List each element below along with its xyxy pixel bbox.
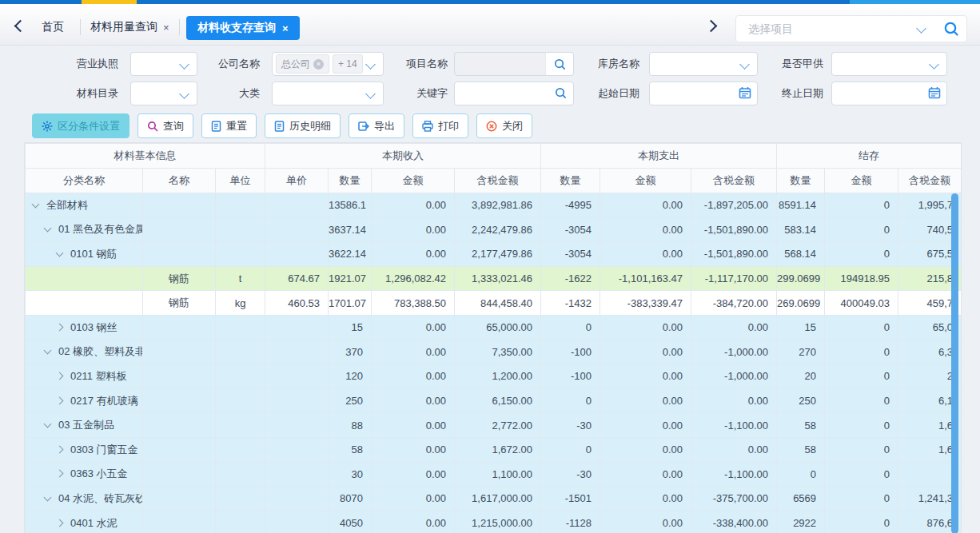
value-cell[interactable]: 1,672.00 xyxy=(455,437,541,462)
value-cell[interactable]: 783,388.50 xyxy=(372,291,455,316)
value-cell[interactable]: 0.00 xyxy=(691,388,777,413)
value-cell[interactable]: -338,400.00 xyxy=(691,511,777,533)
value-cell[interactable]: 0 xyxy=(825,388,898,413)
table-row[interactable]: 0363 小五金300.001,100.00-300.00-1,100.0000 xyxy=(26,462,962,487)
value-cell[interactable]: 0 xyxy=(825,315,898,340)
tree-expand-icon[interactable] xyxy=(56,249,64,257)
table-row[interactable]: 全部材料13586.10.003,892,981.86-49950.00-1,8… xyxy=(26,193,962,218)
value-cell[interactable] xyxy=(265,340,329,364)
table-row[interactable]: 钢筋t674.671921.071,296,082.421,333,021.46… xyxy=(26,266,962,291)
value-cell[interactable]: 0.00 xyxy=(372,437,455,462)
value-cell[interactable]: 7,350.00 xyxy=(455,340,541,364)
value-cell[interactable]: 0.00 xyxy=(372,413,455,438)
value-cell[interactable]: 0.00 xyxy=(600,462,691,487)
value-cell[interactable]: 844,458.40 xyxy=(455,291,541,316)
table-row[interactable]: 01 黑色及有色金属3637.140.002,242,479.86-30540.… xyxy=(26,217,962,242)
project-name-input[interactable] xyxy=(454,52,574,76)
value-cell[interactable]: 0.00 xyxy=(372,462,455,487)
value-cell[interactable] xyxy=(216,242,265,267)
value-cell[interactable]: 0 xyxy=(541,315,600,340)
value-cell[interactable]: 0.00 xyxy=(372,242,455,267)
forward-chevron-icon[interactable] xyxy=(705,20,718,33)
table-row[interactable]: 0401 水泥40500.001,215,000.00-11280.00-338… xyxy=(26,511,962,533)
value-cell[interactable]: 568.14 xyxy=(777,242,825,267)
value-cell[interactable] xyxy=(216,462,265,487)
tree-collapse-icon[interactable] xyxy=(56,372,64,380)
value-cell[interactable]: 3,892,981.86 xyxy=(455,193,541,218)
value-cell[interactable]: 0 xyxy=(825,437,898,462)
value-cell[interactable] xyxy=(143,388,216,413)
table-row[interactable]: 04 水泥、砖瓦灰砂80700.001,617,000.00-15010.00-… xyxy=(26,487,962,511)
value-cell[interactable] xyxy=(265,315,329,340)
value-cell[interactable]: -100 xyxy=(541,364,600,389)
value-cell[interactable] xyxy=(143,413,216,438)
value-cell[interactable]: 1921.07 xyxy=(329,266,372,291)
value-cell[interactable]: -384,720.00 xyxy=(691,291,777,316)
reset-button[interactable]: 重置 xyxy=(201,113,257,138)
end-date-input[interactable] xyxy=(831,82,947,105)
value-cell[interactable]: 250 xyxy=(329,388,372,413)
value-cell[interactable] xyxy=(216,388,265,413)
value-cell[interactable] xyxy=(265,388,329,413)
value-cell[interactable]: 0 xyxy=(777,462,825,487)
value-cell[interactable]: 0 xyxy=(541,437,600,462)
chevron-down-icon[interactable] xyxy=(916,23,926,34)
value-cell[interactable] xyxy=(265,511,329,533)
value-cell[interactable]: 0.00 xyxy=(600,511,691,533)
value-cell[interactable]: 460.53 xyxy=(265,291,329,316)
value-cell[interactable]: 2,772.00 xyxy=(455,413,541,438)
value-cell[interactable]: 674.67 xyxy=(265,266,329,291)
category-name-cell[interactable]: 0211 塑料板 xyxy=(26,364,143,389)
value-cell[interactable] xyxy=(216,340,265,364)
tag-close-icon[interactable]: × xyxy=(313,59,324,70)
value-cell[interactable] xyxy=(216,193,265,218)
value-cell[interactable]: 8591.14 xyxy=(777,193,825,218)
category-name-cell[interactable]: 01 黑色及有色金属 xyxy=(26,217,143,242)
value-cell[interactable]: 583.14 xyxy=(777,217,825,242)
tree-collapse-icon[interactable] xyxy=(56,323,64,331)
value-cell[interactable]: 2,242,479.86 xyxy=(455,217,541,242)
value-cell[interactable] xyxy=(265,193,329,218)
value-cell[interactable]: 0.00 xyxy=(600,315,691,340)
project-select[interactable]: 选择项目 xyxy=(735,15,967,42)
value-cell[interactable]: 0.00 xyxy=(372,217,455,242)
value-cell[interactable] xyxy=(216,315,265,340)
calendar-icon[interactable] xyxy=(928,86,941,102)
table-row[interactable]: 0303 门窗五金580.001,672.0000.000.005801,6 xyxy=(26,437,962,462)
table-row[interactable]: 钢筋kg460.531701.07783,388.50844,458.40-14… xyxy=(26,291,962,316)
value-cell[interactable]: 58 xyxy=(777,437,825,462)
value-cell[interactable]: 0 xyxy=(825,364,898,389)
print-button[interactable]: 打印 xyxy=(412,113,468,138)
value-cell[interactable]: 1,200.00 xyxy=(455,364,541,389)
value-cell[interactable]: 269.0699 xyxy=(777,291,825,316)
value-cell[interactable]: 400049.03 xyxy=(825,291,898,316)
value-cell[interactable]: 58 xyxy=(777,413,825,438)
value-cell[interactable]: 6569 xyxy=(777,487,825,511)
value-cell[interactable]: -1,100.00 xyxy=(691,413,777,438)
value-cell[interactable]: -1432 xyxy=(541,291,600,316)
value-cell[interactable]: -3054 xyxy=(541,217,600,242)
value-cell[interactable]: 0.00 xyxy=(600,340,691,364)
value-cell[interactable]: 1,296,082.42 xyxy=(372,266,455,291)
table-row[interactable]: 0103 钢丝150.0065,000.0000.000.0015065,0 xyxy=(26,315,962,340)
value-cell[interactable] xyxy=(143,437,216,462)
value-cell[interactable] xyxy=(265,364,329,389)
value-cell[interactable]: 0.00 xyxy=(600,388,691,413)
value-cell[interactable]: -4995 xyxy=(541,193,600,218)
value-cell[interactable]: 0.00 xyxy=(600,413,691,438)
value-cell[interactable] xyxy=(216,217,265,242)
value-cell[interactable]: 0 xyxy=(825,340,898,364)
value-cell[interactable]: 0.00 xyxy=(600,217,691,242)
value-cell[interactable] xyxy=(265,437,329,462)
history-detail-button[interactable]: 历史明细 xyxy=(265,113,341,138)
value-cell[interactable]: 3637.14 xyxy=(329,217,372,242)
search-icon[interactable] xyxy=(554,86,568,103)
value-cell[interactable]: 270 xyxy=(777,340,825,364)
value-cell[interactable]: 钢筋 xyxy=(143,291,216,316)
value-cell[interactable]: -375,700.00 xyxy=(691,487,777,511)
value-cell[interactable]: 4050 xyxy=(329,511,372,533)
close-icon[interactable]: × xyxy=(282,23,289,34)
value-cell[interactable]: -1622 xyxy=(541,266,600,291)
close-button[interactable]: 关闭 xyxy=(476,113,532,138)
value-cell[interactable]: 0.00 xyxy=(600,242,691,267)
